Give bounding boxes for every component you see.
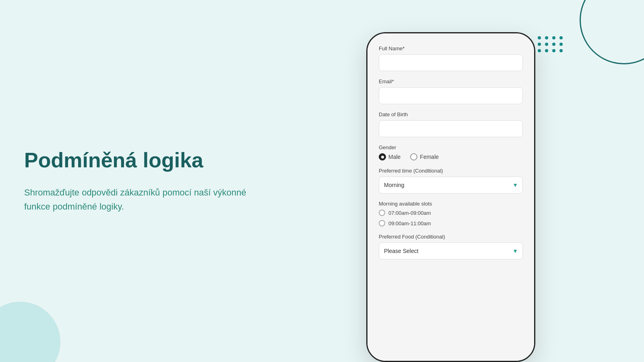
morning-slots-label: Morning available slots: [379, 201, 523, 207]
slot-option-1[interactable]: 07:00am-09:00am: [379, 210, 523, 216]
slot-label-1: 07:00am-09:00am: [388, 210, 431, 216]
main-heading: Podmíněná logika: [24, 148, 250, 173]
gender-male-option[interactable]: Male: [379, 153, 400, 160]
phone-mockup: Full Name* Email* Date of Birth Gender M…: [366, 32, 535, 362]
preferred-food-select[interactable]: Please Select Vegetarian Non-Vegetarian …: [379, 243, 523, 259]
gender-female-label: Female: [420, 154, 439, 160]
deco-circle-bottom-left: [0, 302, 60, 362]
gender-female-option[interactable]: Female: [410, 153, 439, 160]
deco-dots: [538, 36, 564, 52]
preferred-food-group: Preferred Food (Conditional) Please Sele…: [379, 234, 523, 259]
email-label: Email*: [379, 78, 523, 84]
gender-male-label: Male: [388, 154, 400, 160]
gender-female-radio[interactable]: [410, 153, 417, 160]
slot-label-2: 09:00am-11:00am: [388, 220, 431, 226]
preferred-time-group: Preferred time (Conditional) Morning Aft…: [379, 168, 523, 193]
preferred-time-select-wrap: Morning Afternoon Evening ▼: [379, 177, 523, 193]
email-group: Email*: [379, 78, 523, 104]
left-panel: Podmíněná logika Shromažďujte odpovědi z…: [24, 148, 250, 214]
slot-radio-1[interactable]: [379, 210, 385, 216]
gender-male-radio[interactable]: [379, 153, 386, 160]
full-name-input[interactable]: [379, 54, 523, 71]
full-name-label: Full Name*: [379, 45, 523, 51]
slots-list: 07:00am-09:00am 09:00am-11:00am: [379, 210, 523, 226]
slot-radio-2[interactable]: [379, 220, 385, 226]
email-input[interactable]: [379, 87, 523, 104]
dob-label: Date of Birth: [379, 111, 523, 117]
preferred-time-select[interactable]: Morning Afternoon Evening: [379, 177, 523, 193]
preferred-time-label: Preferred time (Conditional): [379, 168, 523, 174]
deco-circle-top-right: [580, 0, 644, 64]
preferred-food-label: Preferred Food (Conditional): [379, 234, 523, 240]
dob-input[interactable]: [379, 120, 523, 137]
dob-group: Date of Birth: [379, 111, 523, 137]
main-paragraph: Shromažďujte odpovědi zákazníků pomocí n…: [24, 185, 250, 214]
gender-group: Gender Male Female: [379, 144, 523, 160]
gender-label: Gender: [379, 144, 523, 150]
slot-option-2[interactable]: 09:00am-11:00am: [379, 220, 523, 226]
form-container: Full Name* Email* Date of Birth Gender M…: [367, 33, 534, 361]
full-name-group: Full Name*: [379, 45, 523, 71]
morning-slots-group: Morning available slots 07:00am-09:00am …: [379, 201, 523, 226]
preferred-food-select-wrap: Please Select Vegetarian Non-Vegetarian …: [379, 243, 523, 259]
gender-options: Male Female: [379, 153, 523, 160]
